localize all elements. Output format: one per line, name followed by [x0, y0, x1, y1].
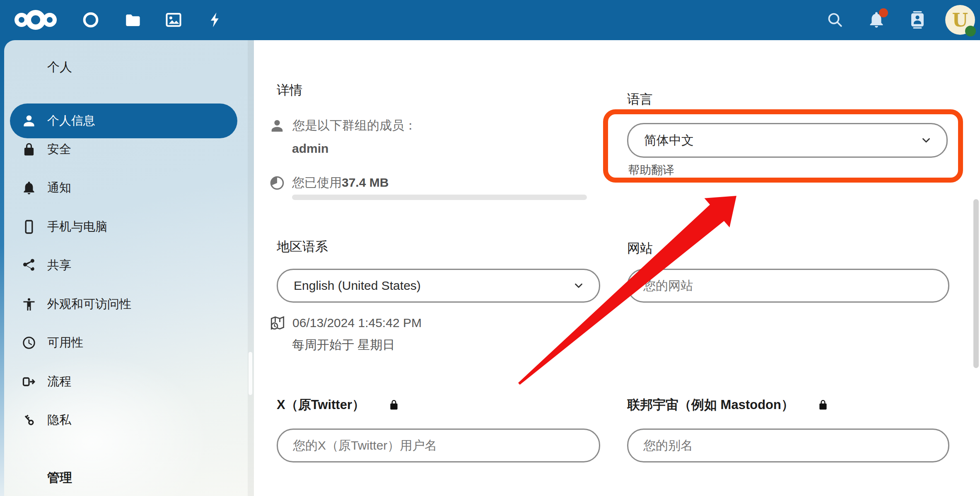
- sidebar-item-label: 安全: [47, 141, 71, 158]
- fediverse-field-label-row: 联邦宇宙（例如 Mastodon）: [627, 396, 829, 414]
- quota-row: 您已使用37.4 MB: [269, 174, 389, 191]
- week-start-text: 每周开始于 星期日: [292, 337, 395, 354]
- quota-pie-icon: [269, 175, 285, 191]
- sidebar-item-availability[interactable]: 可用性: [10, 325, 237, 360]
- person-icon: [269, 118, 285, 134]
- mobile-icon: [22, 219, 36, 234]
- current-time-text: 06/13/2024 1:45:42 PM: [292, 316, 422, 330]
- locale-heading: 地区语系: [277, 238, 328, 255]
- website-input[interactable]: [627, 269, 949, 303]
- nextcloud-logo[interactable]: [12, 4, 59, 36]
- sidebar-item-mobile-desktop[interactable]: 手机与电脑: [10, 209, 237, 244]
- website-heading: 网站: [627, 240, 653, 257]
- sidebar-item-flow[interactable]: 流程: [10, 364, 237, 399]
- twitter-label: X（原Twitter）: [277, 396, 365, 414]
- sidebar-item-appearance-accessibility[interactable]: 外观和可访问性: [10, 287, 237, 322]
- twitter-field-label-row: X（原Twitter）: [277, 396, 400, 414]
- sidebar-heading-admin: 管理: [47, 470, 72, 486]
- fediverse-label: 联邦宇宙（例如 Mastodon）: [627, 396, 794, 414]
- group-membership-value: admin: [292, 142, 328, 156]
- sidebar-item-label: 手机与电脑: [47, 219, 107, 235]
- sidebar-item-label: 个人信息: [47, 113, 95, 129]
- files-icon[interactable]: [123, 11, 142, 29]
- avatar[interactable]: U: [945, 5, 975, 35]
- accessibility-icon: [22, 297, 36, 312]
- key-icon: [22, 413, 36, 428]
- activity-icon[interactable]: [207, 11, 224, 29]
- logo-ring-middle: [26, 10, 46, 30]
- account-icon: [22, 113, 36, 128]
- group-membership-row: 您是以下群组的成员：: [269, 117, 417, 134]
- sidebar-item-label: 隐私: [47, 412, 71, 429]
- top-bar: U: [0, 0, 980, 40]
- main-scrollbar-thumb[interactable]: [973, 199, 979, 368]
- settings-sidebar: 个人 个人信息 安全 通知 手机与电脑 共享 外观和可访问性 可用性 流程 隐私…: [4, 40, 254, 496]
- quota-label: 您已使用: [292, 176, 342, 189]
- contacts-icon[interactable]: [908, 10, 927, 29]
- sidebar-item-label: 外观和可访问性: [47, 296, 131, 313]
- online-status-dot: [965, 26, 976, 36]
- quota-progress-bar: [292, 195, 587, 200]
- sidebar-heading-personal: 个人: [47, 59, 72, 76]
- photos-icon[interactable]: [164, 11, 183, 29]
- language-heading: 语言: [627, 91, 653, 108]
- lock-icon: [22, 142, 36, 157]
- sidebar-item-notifications[interactable]: 通知: [10, 171, 237, 205]
- language-select[interactable]: 简体中文: [627, 123, 948, 158]
- sidebar-scrollbar-thumb[interactable]: [249, 352, 252, 395]
- sidebar-item-label: 可用性: [47, 335, 83, 351]
- bell-icon: [22, 181, 36, 195]
- sidebar-item-sharing[interactable]: 共享: [10, 248, 237, 283]
- notification-badge: [879, 8, 888, 17]
- share-icon: [22, 258, 36, 273]
- twitter-scope-lock-icon[interactable]: [388, 398, 400, 412]
- dashboard-icon[interactable]: [82, 12, 99, 28]
- sidebar-scrollbar-track: [248, 40, 254, 496]
- sidebar-item-security[interactable]: 安全: [10, 132, 237, 167]
- language-selected-value: 简体中文: [644, 132, 694, 149]
- sidebar-item-label: 通知: [47, 180, 71, 196]
- fediverse-input[interactable]: [627, 429, 949, 462]
- sidebar-item-label: 流程: [47, 373, 71, 390]
- current-time-row: 06/13/2024 1:45:42 PM: [269, 315, 422, 331]
- sidebar-item-label: 共享: [47, 257, 71, 274]
- timezone-map-clock-icon: [269, 315, 286, 331]
- clock-icon: [22, 335, 36, 350]
- fediverse-scope-lock-icon[interactable]: [817, 398, 829, 412]
- notifications-bell-icon[interactable]: [867, 11, 886, 29]
- sidebar-item-privacy[interactable]: 隐私: [10, 403, 237, 438]
- avatar-initial: U: [952, 10, 968, 31]
- twitter-input[interactable]: [277, 429, 600, 462]
- help-translate-link[interactable]: 帮助翻译: [628, 162, 674, 178]
- settings-main: 详情 您是以下群组的成员： admin 您已使用37.4 MB 地区语系 Eng…: [254, 40, 980, 496]
- search-icon[interactable]: [826, 11, 844, 29]
- details-heading: 详情: [277, 82, 302, 99]
- locale-select[interactable]: English (United States): [277, 269, 600, 303]
- quota-value: 37.4 MB: [342, 176, 389, 189]
- chevron-down-icon: [572, 279, 585, 292]
- flow-icon: [22, 374, 36, 389]
- locale-selected-value: English (United States): [294, 279, 421, 293]
- group-membership-label: 您是以下群组的成员：: [292, 117, 417, 134]
- chevron-down-icon: [920, 134, 932, 147]
